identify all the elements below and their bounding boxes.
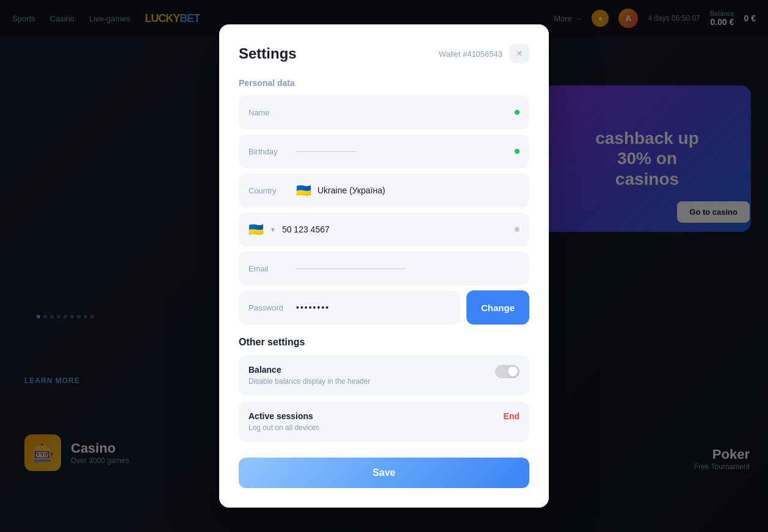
phone-field-row: 🇺🇦 ▼ 50 123 4567 [239,212,529,246]
close-icon: × [516,48,522,59]
name-label: Name [248,108,290,117]
phone-status-dot [515,227,520,232]
wallet-id: Wallet #41056543 [439,49,502,59]
change-password-button[interactable]: Change [466,290,529,325]
phone-flag-icon: 🇺🇦 [248,222,264,237]
name-input[interactable] [296,107,509,117]
balance-settings-card: Balance Disable balance display in the h… [239,355,529,395]
birthday-status-dot [515,149,520,154]
birthday-label: Birthday [248,147,290,156]
email-input[interactable] [296,264,520,273]
sessions-card-info: Active sessions Log out on all devices [248,411,319,432]
save-button[interactable]: Save [239,458,529,488]
active-sessions-card: Active sessions Log out on all devices E… [239,401,529,442]
country-value: Ukraine (Україна) [317,185,520,195]
password-row: Password •••••••• Change [239,290,529,325]
country-label: Country [248,186,290,195]
country-field-row: Country 🇺🇦 Ukraine (Україна) [239,173,529,207]
balance-card-description: Disable balance display in the header [248,377,370,386]
name-status-dot [515,110,520,115]
settings-modal: Settings Wallet #41056543 × Personal dat… [219,24,549,508]
modal-title: Settings [239,45,297,62]
name-field-row: Name [239,95,529,129]
sessions-card-description: Log out on all devices [248,423,319,432]
close-button[interactable]: × [510,44,529,63]
modal-header: Settings Wallet #41056543 × [239,44,529,63]
balance-toggle[interactable] [495,365,520,378]
sessions-card-header: Active sessions Log out on all devices E… [248,411,520,432]
password-label: Password [248,303,290,312]
form-fields: Name Birthday Country 🇺🇦 Ukraine (Україн… [239,95,529,286]
ukraine-flag-icon: 🇺🇦 [296,183,311,198]
personal-data-label: Personal data [239,78,529,88]
birthday-field-row: Birthday [239,134,529,168]
balance-card-info: Balance Disable balance display in the h… [248,365,370,386]
modal-overlay: Settings Wallet #41056543 × Personal dat… [0,0,768,532]
birthday-input[interactable] [296,146,509,156]
email-field-row: Email [239,251,529,286]
balance-card-title: Balance [248,365,370,375]
other-settings-label: Other settings [239,337,529,348]
phone-number-value: 50 123 4567 [282,225,509,234]
password-dots: •••••••• [296,303,330,312]
phone-chevron-icon[interactable]: ▼ [270,226,276,233]
modal-header-right: Wallet #41056543 × [439,44,529,63]
balance-card-header: Balance Disable balance display in the h… [248,365,520,386]
toggle-knob [508,367,518,376]
end-sessions-button[interactable]: End [504,411,520,421]
password-field: Password •••••••• [239,290,460,325]
sessions-card-title: Active sessions [248,411,319,421]
email-label: Email [248,264,290,273]
